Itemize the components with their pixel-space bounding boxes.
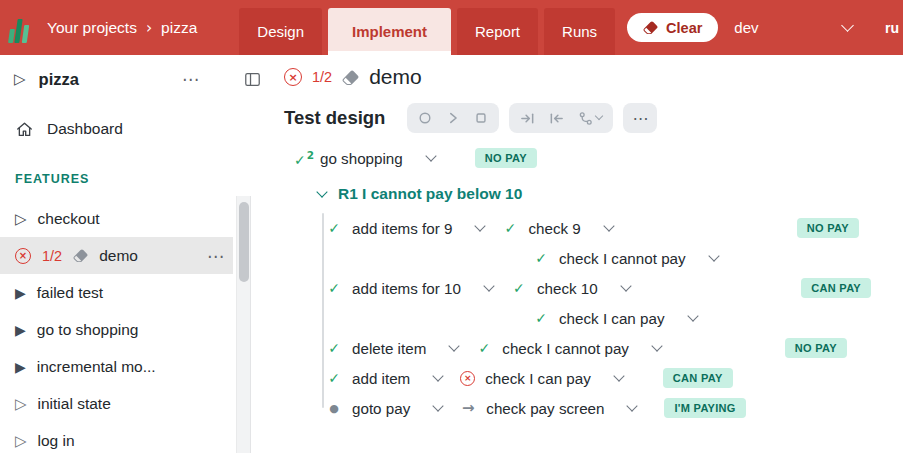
chevron-down-icon[interactable] [425,150,436,161]
run-button[interactable]: ru [885,20,903,36]
step-label[interactable]: add items for 9 [352,220,452,237]
step-row: ✓2 go shopping NO PAY [282,141,903,175]
chevron-down-icon[interactable] [316,186,327,197]
step-label[interactable]: add items for 10 [352,280,461,297]
status-badge: NO PAY [785,338,847,358]
step-label[interactable]: check 9 [528,220,580,237]
sidebar-item-go-to-shopping[interactable]: ▶ go to shopping [0,311,233,348]
tab-design[interactable]: Design [239,8,322,55]
breadcrumb: Your projects › pizza [47,19,197,37]
chevron-down-icon[interactable] [603,220,614,231]
step-label[interactable]: goto pay [352,400,410,417]
chevron-down-icon[interactable] [651,340,662,351]
sidebar-item-checkout[interactable]: ▷ checkout [0,200,233,237]
sidebar-project-row[interactable]: ▷ pizza ⋯ [0,62,272,96]
play-outline-icon: ▷ [15,395,27,413]
section-title: Test design [284,107,385,129]
collapse-sidebar-icon[interactable] [243,70,262,89]
feature-label: log in [38,432,75,450]
sidebar-item-demo[interactable]: × 1/2 demo ⋯ [0,237,233,274]
status-badge: CAN PAY [663,368,733,388]
status-badge: CAN PAY [801,278,871,298]
chevron-down-icon [841,19,854,32]
dashboard-label: Dashboard [47,120,123,138]
test-design-toolbar: Test design [282,103,903,133]
step-label[interactable]: check I cannot pay [502,340,629,357]
record-button[interactable] [418,111,432,125]
step-row: ✓ check I can pay [282,303,903,333]
stop-button[interactable] [474,111,488,125]
step-row: ● goto pay → check pay screen I'M PAYING [282,393,903,423]
play-filled-icon: ▶ [15,359,26,375]
chevron-down-icon[interactable] [483,280,494,291]
check-icon: ✓ [533,310,549,326]
chevron-down-icon[interactable] [433,400,444,411]
sidebar-item-initial-state[interactable]: ▷ initial state [0,385,233,422]
step-back-button[interactable] [549,111,564,126]
status-badge: I'M PAYING [664,398,745,418]
chevron-down-icon [595,112,603,120]
tab-implement[interactable]: Implement [328,8,451,55]
sidebar-item-log-in[interactable]: ▷ log in [0,422,233,453]
feature-label: initial state [38,395,111,413]
check-icon: ✓ [511,280,527,296]
step-forward-button[interactable] [520,111,535,126]
step-label[interactable]: check pay screen [486,400,604,417]
step-label[interactable]: check I can pay [559,310,665,327]
app-logo-icon[interactable] [9,13,37,43]
chevron-down-icon[interactable] [687,310,698,321]
sidebar-item-incremental[interactable]: ▶ incremental mo... [0,348,233,385]
more-actions-button[interactable]: ⋯ [623,103,657,133]
check-icon: ✓ [326,340,342,356]
rule-group-row: R1 I cannot pay below 10 [282,175,903,213]
breadcrumb-projects[interactable]: Your projects [47,19,137,37]
project-more-button[interactable]: ⋯ [182,69,200,89]
page-title: demo [369,65,422,89]
chevron-down-icon[interactable] [475,220,486,231]
tab-runs[interactable]: Runs [544,8,615,55]
fail-count-badge: 1/2 [312,69,332,85]
eraser-icon [342,69,359,86]
step-label[interactable]: check 10 [537,280,598,297]
clear-button[interactable]: Clear [627,13,718,42]
sidebar-project-name: pizza [39,70,79,89]
check-icon: ✓ [326,220,342,236]
check-icon: ✓ [533,250,549,266]
demo-more-button[interactable]: ⋯ [207,246,225,266]
sidebar-item-dashboard[interactable]: Dashboard [0,112,272,146]
scrollbar-thumb[interactable] [239,202,249,282]
tab-report[interactable]: Report [457,8,538,55]
content-area: ▷ pizza ⋯ Dashboard FEATURES ▷ checkout … [0,55,903,453]
feature-label: incremental mo... [37,358,156,376]
chevron-down-icon[interactable] [433,370,444,381]
breadcrumb-separator-icon: › [146,19,152,37]
rule-group-label[interactable]: R1 I cannot pay below 10 [338,185,522,203]
arrow-right-icon: → [460,399,476,417]
main-panel: × 1/2 demo Test design [272,55,903,453]
step-label[interactable]: check I can pay [485,370,591,387]
play-outline-icon: ▷ [14,70,26,88]
chevron-down-icon[interactable] [620,280,631,291]
home-icon [15,120,34,139]
chevron-down-icon[interactable] [449,340,460,351]
chevron-down-icon[interactable] [613,370,624,381]
error-status-icon: × [284,68,302,86]
document-header: × 1/2 demo [282,63,903,91]
eraser-icon [643,20,658,35]
env-selector[interactable]: dev [734,19,852,36]
status-badge: NO PAY [797,218,859,238]
breadcrumb-current[interactable]: pizza [161,19,197,37]
step-label[interactable]: add item [352,370,410,387]
step-label[interactable]: delete item [352,340,426,357]
branch-options-button[interactable] [578,111,602,126]
chevron-down-icon[interactable] [708,250,719,261]
sidebar-item-failed-test[interactable]: ▶ failed test [0,274,233,311]
check-icon: ✓ [326,280,342,296]
step-label[interactable]: check I cannot pay [559,250,686,267]
sidebar-scrollbar[interactable] [236,196,251,453]
play-button[interactable] [446,111,460,125]
sidebar: ▷ pizza ⋯ Dashboard FEATURES ▷ checkout … [0,55,272,453]
step-label[interactable]: go shopping [320,150,403,167]
chevron-down-icon[interactable] [627,400,638,411]
feature-label: demo [99,247,138,265]
